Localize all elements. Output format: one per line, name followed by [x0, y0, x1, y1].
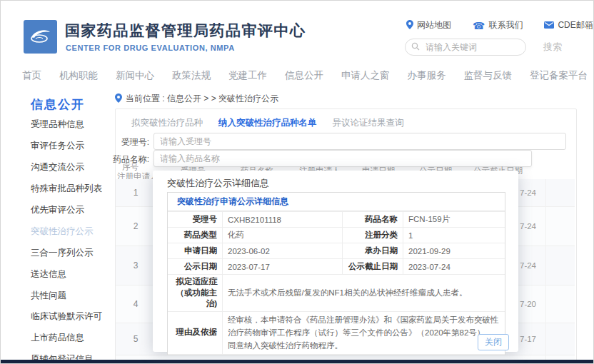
- page: 国家药品监督管理局药品审评中心 CENTER FOR DRUG EVALUATI…: [0, 0, 594, 364]
- sidebar-item-delivery-info[interactable]: 送达信息: [31, 263, 116, 285]
- nav-item-policy[interactable]: 政策法规: [172, 69, 211, 82]
- close-button[interactable]: 关闭: [478, 334, 509, 350]
- sidebar-item-common-issues[interactable]: 共性问题: [31, 285, 116, 306]
- sidebar-item-three-in-one[interactable]: 三合一序列公示: [31, 242, 116, 263]
- nav-item-news[interactable]: 新闻中心: [116, 69, 154, 82]
- sidebar-item-special-approval[interactable]: 特殊审批品种列表: [31, 178, 116, 200]
- contact-link-label: 联系我们: [488, 19, 523, 31]
- search-button[interactable]: 搜索: [539, 40, 566, 54]
- field-value: 1: [403, 228, 505, 243]
- search-bar: 搜索: [405, 39, 566, 56]
- row-deadline-fragment: 7-20: [520, 300, 536, 308]
- row-index: 3: [121, 261, 150, 271]
- nav-item-info-disclosure[interactable]: 信息公开: [285, 69, 323, 82]
- detail-modal: 突破性治疗公示详细信息 突破性治疗申请公示详细信息 受理号 CXHB210111…: [153, 171, 518, 352]
- field-value: 2021-09-29: [403, 243, 505, 259]
- row-deadline-fragment: 7-24: [520, 261, 536, 270]
- acceptance-number-label: 受理号:: [114, 136, 149, 148]
- field-label: 注册分类: [343, 228, 403, 243]
- content-tabs: 拟突破性治疗品种 纳入突破性治疗品种名单 异议论证结果查询: [131, 117, 404, 129]
- field-value: 2023-06-02: [223, 243, 343, 259]
- sitemap-link[interactable]: 网站地图: [406, 19, 451, 31]
- acceptance-number-input[interactable]: [153, 133, 566, 150]
- field-label: 公示截止日期: [343, 259, 403, 275]
- search-input[interactable]: [424, 41, 505, 53]
- search-box[interactable]: [405, 39, 526, 56]
- field-label: 药品类型: [168, 228, 223, 243]
- row-deadline-fragment: 7-24: [520, 222, 536, 231]
- tab-proposed-breakthrough[interactable]: 拟突破性治疗品种: [131, 117, 203, 129]
- sidebar-item-breakthrough-therapy[interactable]: 突破性治疗公示: [31, 221, 116, 242]
- contact-link[interactable]: ☎ 联系我们: [473, 19, 523, 31]
- site-title-en: CENTER FOR DRUG EVALUATION, NMPA: [66, 44, 235, 52]
- main-nav: 首页 机构职能 新闻中心 政策法规 党建工作 信息公开 申请人之窗 办事服务 监…: [22, 69, 588, 82]
- tab-included-breakthrough-list[interactable]: 纳入突破性治疗品种名单: [218, 117, 317, 129]
- nav-item-applicant-window[interactable]: 申请人之窗: [341, 69, 390, 82]
- table-column-divider: [545, 179, 546, 360]
- mailbox-link[interactable]: CDE邮箱: [544, 19, 593, 31]
- sidebar-item-review-tasks[interactable]: 审评任务公示: [31, 136, 116, 157]
- row-index: 4: [121, 299, 150, 309]
- breadcrumb-text: 当前位置 : 信息公开 > > 突破性治疗公示: [126, 93, 278, 105]
- sidebar-title: 信息公开: [31, 96, 85, 113]
- field-label: 药品名称: [343, 212, 403, 228]
- breadcrumb: 当前位置 : 信息公开 > > 突破性治疗公示: [115, 93, 278, 105]
- row-deadline-fragment: 7-24: [520, 188, 536, 197]
- search-icon: [411, 41, 420, 54]
- row-deadline-fragment: 7-17: [520, 335, 536, 343]
- nav-item-functions[interactable]: 机构职能: [59, 69, 98, 82]
- field-value: FCN-159片: [403, 212, 505, 228]
- nav-item-services[interactable]: 办事服务: [408, 69, 446, 82]
- field-label: 拟定适应症（或功能主治): [168, 275, 223, 312]
- detail-table: 受理号 CXHB2101118 药品名称 FCN-159片 药品类型 化药 注册…: [168, 211, 505, 355]
- location-pin-icon: [406, 20, 413, 31]
- site-title-cn: 国家药品监督管理局药品审评中心: [65, 21, 306, 41]
- field-value: 2023-07-17: [223, 259, 343, 275]
- envelope-icon: [544, 21, 554, 31]
- sitemap-link-label: 网站地图: [417, 19, 451, 31]
- swan-logo-icon: [29, 25, 53, 49]
- top-links: 网站地图 ☎ 联系我们 CDE邮箱: [406, 19, 593, 31]
- field-value: CXHB2101118: [223, 212, 343, 228]
- nav-item-home[interactable]: 首页: [22, 69, 41, 82]
- mailbox-link-label: CDE邮箱: [558, 19, 593, 31]
- field-label: 理由及依据: [168, 311, 223, 354]
- field-label: 承办日期: [343, 243, 403, 259]
- sidebar-menu: 受理品种信息 审评任务公示 沟通交流公示 特殊审批品种列表 优先审评公示 突破性…: [31, 114, 116, 364]
- drug-name-input[interactable]: [153, 150, 532, 167]
- nav-item-supervision[interactable]: 监督与反馈: [464, 69, 513, 82]
- row-index: 1: [121, 188, 150, 198]
- field-label: 受理号: [168, 212, 223, 228]
- modal-title: 突破性治疗公示详细信息: [167, 177, 269, 190]
- phone-icon: ☎: [473, 21, 485, 31]
- footer-bar: [1, 360, 593, 363]
- field-label: 公示日期: [168, 259, 223, 275]
- sidebar-item-priority-review[interactable]: 优先审评公示: [31, 200, 116, 221]
- tab-objection-results[interactable]: 异议论证结果查询: [333, 117, 404, 129]
- row-index: 5: [121, 334, 150, 344]
- sidebar-item-marketed-drugs[interactable]: 上市药品信息: [31, 328, 116, 349]
- detail-section-title: 突破性治疗申请公示详细信息: [168, 193, 505, 211]
- row-index: 2: [121, 221, 150, 231]
- cde-logo: [24, 20, 57, 54]
- location-pin-icon: [115, 93, 122, 105]
- detail-box: 突破性治疗申请公示详细信息 受理号 CXHB2101118 药品名称 FCN-1…: [167, 192, 505, 355]
- nav-item-registration-platform[interactable]: 登记备案平台: [530, 69, 588, 82]
- field-value: 经审核，本申请符合《药品注册管理办法》和《国家药监局关于发布突破性治疗药物审评工…: [223, 311, 505, 354]
- sidebar-item-accepted-varieties[interactable]: 受理品种信息: [31, 114, 116, 136]
- sidebar-item-clinical-trial-license[interactable]: 临床试验默示许可: [31, 306, 116, 328]
- field-value: 无法手术或术后残留/复发的NF1相关的丛状神经纤维瘤成人患者。: [223, 275, 505, 312]
- sidebar-item-communication[interactable]: 沟通交流公示: [31, 157, 116, 178]
- field-label: 申请日期: [168, 243, 223, 259]
- field-value: 2023-07-24: [403, 259, 505, 275]
- nav-item-party[interactable]: 党建工作: [228, 69, 267, 82]
- field-value: 化药: [223, 228, 343, 243]
